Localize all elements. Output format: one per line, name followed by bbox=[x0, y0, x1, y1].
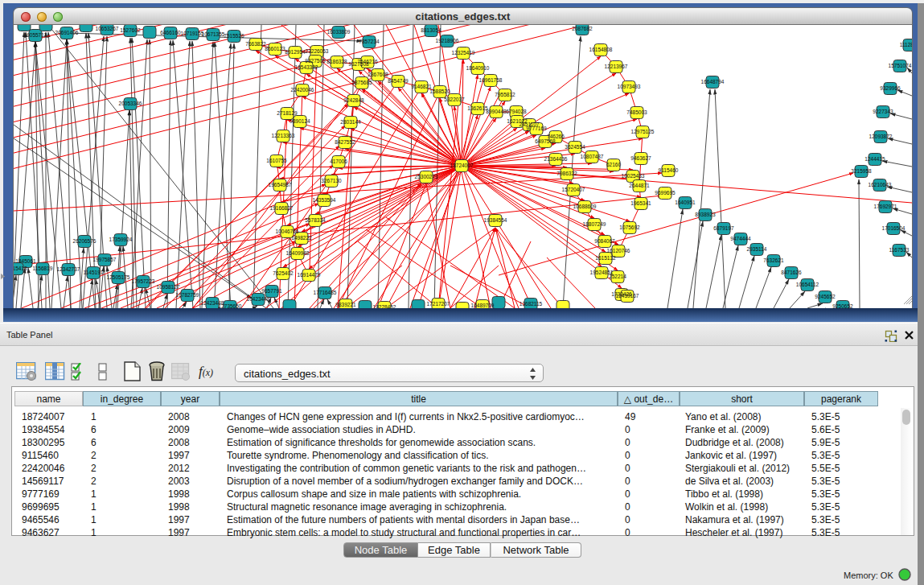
svg-text:9699695: 9699695 bbox=[655, 190, 676, 196]
svg-text:6879197: 6879197 bbox=[713, 225, 734, 231]
svg-text:8186328: 8186328 bbox=[326, 59, 347, 64]
svg-text:1527602: 1527602 bbox=[120, 27, 141, 33]
svg-text:9242848: 9242848 bbox=[343, 97, 364, 103]
svg-text:8912954: 8912954 bbox=[285, 49, 306, 55]
svg-text:1498222: 1498222 bbox=[291, 235, 312, 241]
svg-text:3267130: 3267130 bbox=[321, 178, 342, 183]
svg-text:15720407: 15720407 bbox=[562, 187, 585, 192]
svg-text:16154808: 16154808 bbox=[589, 47, 613, 52]
svg-text:17016504: 17016504 bbox=[882, 225, 906, 231]
svg-text:18724007: 18724007 bbox=[450, 163, 474, 168]
svg-text:3624554: 3624554 bbox=[565, 144, 585, 150]
svg-text:1588520: 1588520 bbox=[429, 89, 450, 94]
svg-text:7857234: 7857234 bbox=[359, 39, 380, 44]
svg-text:6794028: 6794028 bbox=[506, 109, 527, 114]
svg-text:16489709: 16489709 bbox=[471, 303, 495, 308]
svg-text:1156819: 1156819 bbox=[33, 266, 53, 271]
svg-text:7546216: 7546216 bbox=[357, 59, 378, 64]
svg-text:12325419: 12325419 bbox=[452, 50, 475, 56]
svg-text:23226053: 23226053 bbox=[306, 48, 329, 54]
svg-text:2803144: 2803144 bbox=[340, 119, 361, 125]
svg-text:5578334: 5578334 bbox=[305, 217, 326, 223]
svg-text:10958127: 10958127 bbox=[157, 284, 180, 290]
svg-text:417006: 417006 bbox=[330, 159, 347, 164]
svg-text:12093872: 12093872 bbox=[869, 134, 893, 139]
svg-text:21364436: 21364436 bbox=[544, 156, 568, 162]
svg-text:12213363: 12213363 bbox=[272, 133, 295, 138]
svg-text:16120746: 16120746 bbox=[607, 248, 630, 253]
svg-text:25300273: 25300273 bbox=[415, 174, 438, 179]
svg-text:1145191: 1145191 bbox=[84, 270, 104, 275]
svg-text:16409948: 16409948 bbox=[286, 250, 310, 256]
svg-text:2718129: 2718129 bbox=[277, 110, 298, 116]
svg-text:12975125: 12975125 bbox=[631, 129, 655, 134]
svg-text:17957223: 17957223 bbox=[132, 278, 155, 284]
svg-text:1167533: 1167533 bbox=[889, 247, 910, 253]
svg-text:252214: 252214 bbox=[609, 274, 626, 279]
svg-text:1075692: 1075692 bbox=[619, 225, 640, 230]
svg-text:14353594: 14353594 bbox=[313, 197, 336, 203]
svg-text:7625402: 7625402 bbox=[273, 270, 294, 276]
svg-text:16961758: 16961758 bbox=[479, 77, 503, 83]
svg-text:7955812: 7955812 bbox=[495, 92, 515, 97]
svg-text:20053346: 20053346 bbox=[119, 101, 142, 106]
svg-text:3915413: 3915413 bbox=[14, 266, 27, 271]
svg-text:9115460: 9115460 bbox=[659, 167, 679, 173]
svg-text:12439167: 12439167 bbox=[616, 293, 639, 299]
svg-text:746266: 746266 bbox=[547, 134, 565, 139]
svg-text:10688609: 10688609 bbox=[573, 204, 597, 209]
svg-text:1965341: 1965341 bbox=[630, 200, 651, 206]
svg-text:15751074: 15751074 bbox=[889, 63, 912, 68]
svg-text:19166827: 19166827 bbox=[270, 205, 294, 211]
svg-text:16782759: 16782759 bbox=[176, 292, 199, 298]
svg-text:17692971: 17692971 bbox=[874, 204, 897, 209]
svg-text:5875685: 5875685 bbox=[351, 80, 372, 85]
svg-text:26206576: 26206576 bbox=[73, 238, 97, 244]
svg-text:19055713: 19055713 bbox=[24, 32, 47, 38]
svg-text:1610755: 1610755 bbox=[266, 158, 287, 163]
svg-text:9839221: 9839221 bbox=[335, 302, 356, 307]
svg-text:9327505: 9327505 bbox=[305, 58, 326, 64]
svg-text:17716485: 17716485 bbox=[314, 290, 337, 295]
svg-text:9329966: 9329966 bbox=[880, 85, 901, 91]
svg-text:12342737: 12342737 bbox=[57, 266, 80, 272]
svg-text:10973493: 10973493 bbox=[618, 84, 641, 89]
svg-text:6466160: 6466160 bbox=[160, 30, 181, 35]
svg-text:9777169: 9777169 bbox=[526, 126, 547, 131]
svg-text:1615132: 1615132 bbox=[595, 255, 616, 261]
svg-text:9890124: 9890124 bbox=[290, 118, 310, 124]
svg-text:8990448: 8990448 bbox=[486, 109, 507, 114]
svg-text:9146821: 9146821 bbox=[411, 84, 432, 89]
svg-text:3215958: 3215958 bbox=[851, 168, 872, 174]
svg-text:10807487: 10807487 bbox=[581, 154, 604, 159]
svg-text:2644871: 2644871 bbox=[629, 183, 650, 188]
svg-text:8454749: 8454749 bbox=[388, 78, 409, 84]
svg-text:17217207: 17217207 bbox=[427, 301, 450, 307]
svg-text:19975857: 19975857 bbox=[93, 257, 117, 262]
svg-text:8813054: 8813054 bbox=[421, 27, 441, 33]
svg-text:16210643: 16210643 bbox=[869, 182, 892, 187]
svg-text:18640910: 18640910 bbox=[466, 65, 490, 71]
svg-text:16033809: 16033809 bbox=[327, 29, 351, 35]
svg-text:7986322: 7986322 bbox=[556, 171, 577, 176]
svg-text:20691406: 20691406 bbox=[55, 30, 79, 35]
svg-text:12213967: 12213967 bbox=[605, 64, 628, 69]
svg-text:10046766: 10046766 bbox=[276, 229, 299, 234]
svg-text:10423448: 10423448 bbox=[247, 296, 270, 302]
svg-text:7485003: 7485003 bbox=[626, 109, 647, 115]
svg-text:12505175: 12505175 bbox=[107, 274, 130, 280]
svg-text:9474444: 9474444 bbox=[730, 236, 751, 241]
svg-text:2867608: 2867608 bbox=[368, 72, 388, 77]
svg-text:9227343: 9227343 bbox=[873, 109, 893, 114]
svg-text:9657791: 9657791 bbox=[261, 288, 282, 294]
svg-text:9245652: 9245652 bbox=[815, 294, 836, 299]
svg-text:7515526: 7515526 bbox=[224, 33, 244, 39]
svg-text:16543382: 16543382 bbox=[295, 64, 318, 70]
svg-text:7632621: 7632621 bbox=[763, 257, 784, 263]
svg-text:16648794: 16648794 bbox=[701, 79, 725, 84]
svg-text:9463627: 9463627 bbox=[630, 155, 651, 161]
svg-text:19218906: 19218906 bbox=[436, 38, 459, 43]
svg-text:1362615: 1362615 bbox=[467, 105, 488, 111]
svg-text:9084067: 9084067 bbox=[594, 238, 615, 244]
svg-text:1845061: 1845061 bbox=[15, 258, 36, 264]
